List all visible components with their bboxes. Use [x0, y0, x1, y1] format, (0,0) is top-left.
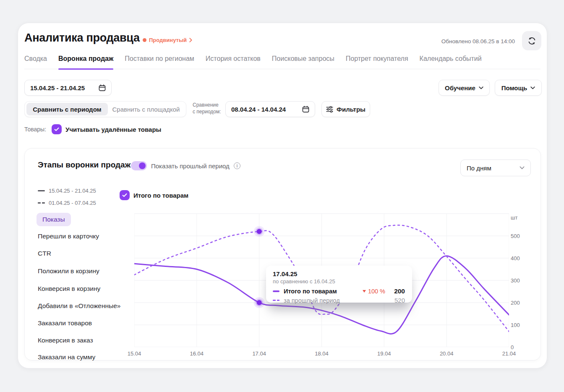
legend-current-period: 15.04.25 - 21.04.25	[38, 187, 96, 194]
page-title: Аналитика продавца	[24, 31, 140, 44]
plan-badge[interactable]: Продвинутый	[143, 37, 192, 43]
updated-timestamp: Обновлено 08.06.25 в 14:00	[441, 38, 515, 44]
main-card: Аналитика продавца Продвинутый Обновлено…	[18, 23, 547, 368]
stage-konversiya-v-zakaz[interactable]: Конверсия в заказ	[38, 337, 93, 344]
y-axis-tick: 0	[511, 344, 529, 350]
past-period-toggle-label: Показать прошлый период	[151, 162, 230, 170]
sliders-icon	[326, 106, 333, 112]
seller-analytics-page: Аналитика продавца Продвинутый Обновлено…	[0, 0, 564, 392]
funnel-title: Этапы воронки продаж	[38, 160, 131, 170]
x-axis-tick: 18.04	[309, 350, 334, 357]
tooltip-compare: по сравнению с 16.04.25	[273, 278, 405, 285]
include-deleted-label: Учитывать удалённые товары	[65, 126, 161, 133]
refresh-button[interactable]	[522, 31, 541, 50]
tab-istoriya-ostatkov[interactable]: История остатков	[206, 55, 261, 69]
chevron-down-icon	[520, 166, 525, 170]
compare-segmented-control: Сравнить с периодом Сравнить с площадкой	[24, 101, 186, 117]
x-axis-tick: 17.04	[247, 350, 272, 357]
stage-pereshli-v-kartochku[interactable]: Перешли в карточку	[38, 233, 99, 240]
period-date-input[interactable]: 15.04.25 - 21.04.25	[24, 80, 112, 96]
info-icon[interactable]: i	[234, 162, 240, 169]
tab-kalendar-sobytiy[interactable]: Календарь событий	[420, 55, 482, 69]
funnel-chart-card: Этапы воронки продаж Показать прошлый пе…	[24, 148, 541, 361]
chart-tooltip: 17.04.25 по сравнению с 16.04.25 Итого п…	[266, 266, 412, 303]
funnel-chart: шт0100200300400500 15.0416.0417.0418.041…	[134, 212, 537, 360]
y-axis-unit: шт	[511, 214, 529, 221]
total-by-products-label: Итого по товарам	[133, 192, 188, 199]
tooltip-row-prev: за прошлый период 520	[273, 297, 405, 304]
y-axis-tick: 100	[511, 322, 529, 328]
total-by-products-checkbox[interactable]	[120, 190, 130, 200]
compare-period-date-input[interactable]: 08.04.24 - 14.04.24	[225, 101, 315, 117]
tooltip-change: 100 %	[363, 288, 385, 295]
tab-bar: Сводка Воронка продаж Поставки по регион…	[24, 55, 540, 69]
tab-svodka[interactable]: Сводка	[24, 55, 47, 69]
toggle-knob	[139, 162, 146, 169]
plan-badge-label: Продвинутый	[149, 37, 187, 43]
y-axis-tick: 400	[511, 255, 529, 261]
stage-zakazali-na-summu[interactable]: Заказали на сумму	[38, 353, 95, 361]
chevron-down-icon	[530, 86, 535, 89]
calendar-icon	[99, 84, 106, 91]
granularity-select[interactable]: По дням	[460, 159, 531, 176]
x-axis-tick: 16.04	[184, 350, 209, 357]
x-axis-tick: 20.04	[434, 350, 459, 357]
past-period-toggle-row: Показать прошлый период i	[131, 161, 240, 170]
x-axis-tick: 21.04	[496, 350, 522, 357]
stage-dobavili-v-otlozhennye[interactable]: Добавили в «Отложенные»	[38, 302, 120, 310]
tooltip-row-main: Итого по товарам 100 % 200	[273, 287, 405, 295]
calendar-icon	[302, 106, 309, 113]
products-label: Товары:	[24, 126, 46, 133]
check-icon	[122, 193, 127, 197]
tooltip-value-main: 200	[390, 287, 405, 295]
stage-ctr[interactable]: CTR	[38, 250, 51, 257]
tab-portret-pokupatelya[interactable]: Портрет покупателя	[346, 55, 408, 69]
compare-period-label: Сравнение с периодом:	[193, 102, 221, 115]
stage-polozhili-v-korzinu[interactable]: Положили в корзину	[38, 267, 99, 275]
include-deleted-checkbox[interactable]	[52, 124, 62, 134]
stage-zakazali-tovarov[interactable]: Заказали товаров	[38, 319, 92, 327]
tooltip-value-prev: 520	[390, 297, 405, 304]
training-button-label: Обучение	[445, 84, 475, 91]
dashed-line-icon	[273, 300, 279, 301]
granularity-value: По дням	[467, 165, 491, 172]
y-axis-tick: 200	[511, 300, 529, 306]
training-button[interactable]: Обучение	[439, 80, 490, 96]
tab-voronka-prodazh[interactable]: Воронка продаж	[58, 55, 113, 69]
x-axis-tick: 15.04	[122, 350, 147, 357]
dashed-line-icon	[38, 202, 45, 204]
products-row: Товары: Учитывать удалённые товары	[24, 124, 161, 134]
legend-past-period: 01.04.25 - 07.04.25	[38, 199, 96, 206]
refresh-icon	[527, 37, 536, 45]
check-icon	[54, 127, 59, 131]
y-axis-tick: 300	[511, 277, 529, 284]
help-button[interactable]: Помощь	[495, 80, 542, 96]
show-past-period-toggle[interactable]	[131, 161, 147, 170]
compare-period-date-value: 08.04.24 - 14.04.24	[231, 106, 286, 113]
tooltip-date: 17.04.25	[273, 270, 405, 277]
stage-konversiya-v-korzinu[interactable]: Конверсия в корзину	[38, 285, 100, 293]
plan-dot-icon	[143, 38, 146, 42]
stage-pokazy[interactable]: Показы	[37, 213, 71, 226]
solid-line-icon	[273, 290, 279, 292]
tab-poiskovye-zaprosy[interactable]: Поисковые запросы	[272, 55, 334, 69]
y-axis-tick: 500	[511, 233, 529, 239]
help-button-label: Помощь	[501, 84, 527, 91]
compare-with-period-segment[interactable]: Сравнить с периодом	[26, 103, 108, 115]
filters-button[interactable]: Фильтры	[321, 101, 370, 117]
compare-with-marketplace-segment[interactable]: Сравнить с площадкой	[108, 103, 184, 115]
solid-line-icon	[38, 190, 45, 191]
total-by-products-row: Итого по товарам	[120, 190, 188, 200]
chevron-down-icon	[479, 86, 483, 89]
tab-postavki-po-regionam[interactable]: Поставки по регионам	[125, 55, 194, 69]
filters-button-label: Фильтры	[337, 106, 366, 113]
arrow-down-icon	[363, 290, 366, 293]
period-date-value: 15.04.25 - 21.04.25	[30, 84, 85, 91]
chevron-right-icon	[189, 38, 192, 42]
x-axis-tick: 19.04	[371, 350, 397, 357]
